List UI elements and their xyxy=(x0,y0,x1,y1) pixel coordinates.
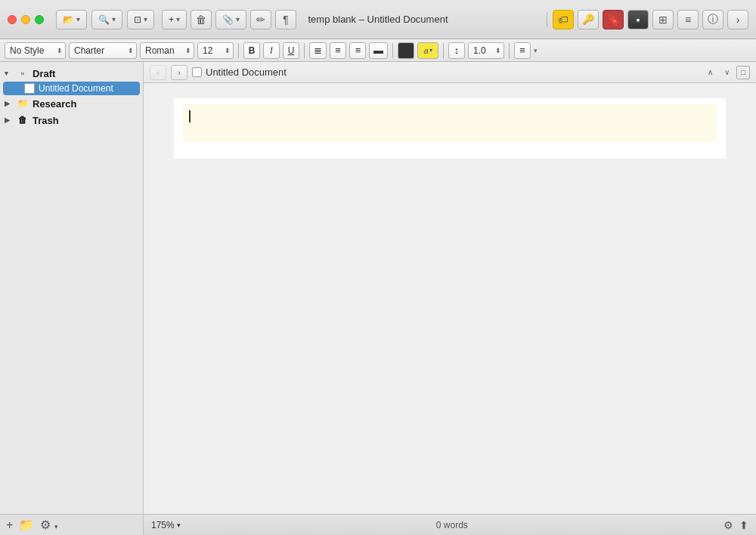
highlight-color-button[interactable]: a ▾ xyxy=(417,42,438,59)
maximize-button[interactable] xyxy=(35,15,44,24)
doc-down-button[interactable]: ∨ xyxy=(720,66,733,79)
attach-button[interactable]: 📎 ▾ xyxy=(215,10,246,29)
draft-group: ▾ ▫ Draft Untitled Document xyxy=(0,65,143,95)
draft-icon: ▫ xyxy=(17,67,29,79)
view-button[interactable]: ⊡ ▾ xyxy=(127,10,154,29)
zoom-chevron-icon: ▾ xyxy=(177,521,181,529)
weight-select-wrapper[interactable]: Roman Bold Italic ⬍ xyxy=(140,42,194,59)
trash-group-header[interactable]: ▶ 🗑 Trash xyxy=(0,112,143,128)
down-arrow-icon: ∨ xyxy=(724,68,730,76)
doc-title-area: Untitled Document xyxy=(192,66,699,78)
separator xyxy=(547,12,547,27)
italic-button[interactable]: I xyxy=(263,42,280,59)
bookmark-button[interactable]: 🔖 xyxy=(603,10,624,29)
document-area: ‹ › Untitled Document ∧ ∨ □ xyxy=(144,62,756,535)
format-sep1 xyxy=(238,43,239,58)
list-button[interactable]: ≡ xyxy=(514,42,531,59)
delete-button[interactable]: 🗑 xyxy=(191,10,212,29)
back-icon: ‹ xyxy=(156,68,160,77)
view-chevron-icon: ▾ xyxy=(144,15,147,23)
back-button[interactable]: ‹ xyxy=(150,65,166,80)
spacing-select[interactable]: 1.0 1.5 2.0 xyxy=(468,42,504,59)
doc-highlight-block[interactable] xyxy=(183,104,717,142)
sidebar-settings-button[interactable]: ⚙ ▾ xyxy=(40,518,57,532)
status-bar: 175% ▾ 0 words ⚙ ⬆ xyxy=(144,514,756,535)
close-button[interactable] xyxy=(8,15,17,24)
sidebar-folder-button[interactable]: 📁 xyxy=(19,518,34,532)
research-group-header[interactable]: ▶ 📁 Research xyxy=(0,95,143,112)
lines-button[interactable]: ≡ xyxy=(677,10,699,29)
paperclip-icon: 📎 xyxy=(222,14,234,25)
align-left-button[interactable]: ≣ xyxy=(309,42,327,59)
align-justify-button[interactable]: ▬ xyxy=(369,42,388,59)
layout2-icon: ⊞ xyxy=(658,14,668,26)
pencil-icon: ✏ xyxy=(256,14,265,26)
style-select-wrapper[interactable]: No Style Heading 1 Heading 2 Body ⬍ xyxy=(5,42,66,59)
doc-nav-title: Untitled Document xyxy=(206,66,287,78)
search-button[interactable]: 🔍 ▾ xyxy=(91,10,122,29)
line-height-button[interactable]: ↕ xyxy=(448,42,465,59)
sidebar-footer: + 📁 ⚙ ▾ xyxy=(0,514,143,535)
forward-icon: › xyxy=(178,68,181,77)
weight-select[interactable]: Roman Bold Italic xyxy=(140,42,194,59)
edit-button[interactable]: ✏ xyxy=(250,10,271,29)
bold-button[interactable]: B xyxy=(243,42,260,59)
doc-settings-button[interactable]: ⚙ xyxy=(723,519,733,531)
underline-button[interactable]: U xyxy=(283,42,299,59)
untitled-document-item[interactable]: Untitled Document xyxy=(3,82,140,95)
expand-chevron-button[interactable]: › xyxy=(727,10,748,29)
size-select-wrapper[interactable]: 12 10 11 14 16 18 ⬍ xyxy=(197,42,234,59)
key-button[interactable]: 🔑 xyxy=(578,10,599,29)
doc-export-button[interactable]: ⬆ xyxy=(739,519,748,531)
font-select-wrapper[interactable]: Charter Arial Times New Roman Helvetica … xyxy=(69,42,137,59)
forward-button[interactable]: › xyxy=(171,65,187,80)
main-content: ▾ ▫ Draft Untitled Document ▶ 📁 Research xyxy=(0,62,756,535)
toolbar-right: 🏷 🔑 🔖 ▪ ⊞ ≡ ⓘ › xyxy=(545,10,748,29)
search-icon: 🔍 xyxy=(98,14,110,25)
draft-group-header[interactable]: ▾ ▫ Draft xyxy=(0,65,143,82)
format-sep2 xyxy=(304,43,305,58)
attach-chevron-icon: ▾ xyxy=(236,15,240,23)
bookmark-icon: 🔖 xyxy=(607,14,620,26)
layout1-icon: ▪ xyxy=(637,14,640,26)
folder-button[interactable]: 📂 ▾ xyxy=(56,10,87,29)
doc-nav-right: ∧ ∨ □ xyxy=(703,66,750,79)
untitled-document-label: Untitled Document xyxy=(39,83,113,94)
info-icon: ⓘ xyxy=(708,13,718,26)
add-icon: + xyxy=(169,14,174,25)
doc-up-button[interactable]: ∧ xyxy=(703,66,717,79)
style-select[interactable]: No Style Heading 1 Heading 2 Body xyxy=(5,42,66,59)
highlight-a-label: a xyxy=(423,46,428,55)
minimize-button[interactable] xyxy=(21,15,30,24)
doc-canvas[interactable] xyxy=(144,83,756,514)
doc-checkbox[interactable] xyxy=(192,67,202,77)
paragraph-button[interactable]: ¶ xyxy=(275,10,296,29)
text-color-button[interactable] xyxy=(398,42,414,59)
folder-chevron-icon: ▾ xyxy=(76,15,80,23)
layout1-button[interactable]: ▪ xyxy=(627,10,649,29)
format-sep5 xyxy=(509,43,510,58)
list-chevron-icon: ▾ xyxy=(534,47,538,54)
size-select[interactable]: 12 10 11 14 16 18 xyxy=(197,42,234,59)
align-center-button[interactable]: ≡ xyxy=(330,42,346,59)
spacing-select-wrapper[interactable]: 1.0 1.5 2.0 ⬍ xyxy=(468,42,504,59)
lines-icon: ≡ xyxy=(685,14,691,26)
doc-expand-button[interactable]: □ xyxy=(736,66,750,79)
format-sep3 xyxy=(392,43,393,58)
key-icon: 🔑 xyxy=(582,14,594,25)
align-right-button[interactable]: ≡ xyxy=(349,42,366,59)
zoom-control[interactable]: 175% ▾ xyxy=(151,520,181,530)
draft-chevron-icon: ▾ xyxy=(5,70,14,77)
window-title: temp blank – Untitled Document xyxy=(308,14,448,25)
tag-button[interactable]: 🏷 xyxy=(553,10,574,29)
font-select[interactable]: Charter Arial Times New Roman Helvetica xyxy=(69,42,137,59)
add-button[interactable]: + ▾ xyxy=(162,10,187,29)
settings-chevron-icon: ▾ xyxy=(54,523,58,530)
layout2-button[interactable]: ⊞ xyxy=(652,10,674,29)
sidebar-add-button[interactable]: + xyxy=(6,518,13,532)
doc-nav-bar: ‹ › Untitled Document ∧ ∨ □ xyxy=(144,62,756,83)
tag-icon: 🏷 xyxy=(558,14,569,26)
word-count: 0 words xyxy=(187,520,717,530)
info-button[interactable]: ⓘ xyxy=(702,10,723,29)
trash-group: ▶ 🗑 Trash xyxy=(0,112,143,128)
